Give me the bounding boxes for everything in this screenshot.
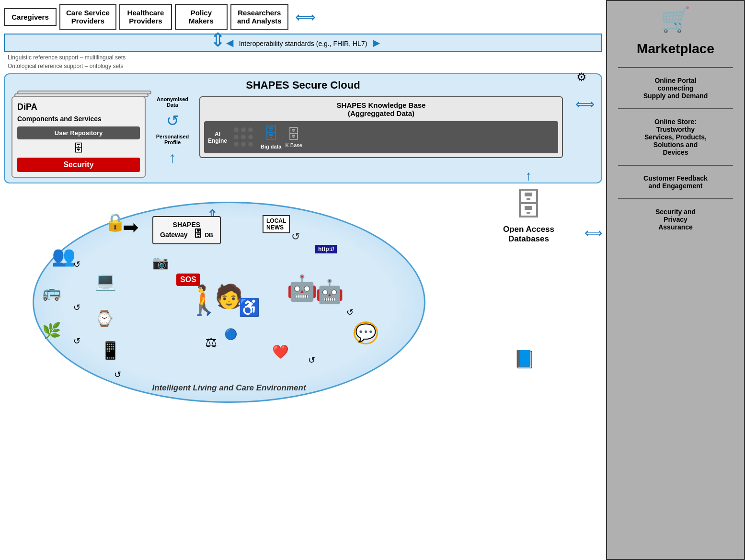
user-repo: User Repository: [17, 126, 140, 139]
leaf-icon: 🌿: [42, 321, 61, 340]
security-bar: Security: [17, 158, 140, 172]
gateway-box: SHAPESGateway 🗄 DB: [152, 216, 221, 244]
big-data-cylinder: 🗄: [264, 125, 279, 143]
cycle-arrow-2: ↺: [73, 259, 80, 270]
people-icon: 👥: [52, 245, 76, 267]
open-access-cylinder-icon: 🗄: [503, 187, 554, 223]
stakeholder-right-arrow: ⟺: [295, 9, 316, 25]
cart-icon: 🛒: [661, 6, 690, 34]
ai-engine: AIEngine: [208, 131, 227, 144]
dipa-card: DiPA Components and Services User Reposi…: [11, 96, 146, 178]
stakeholder-care-service: Care ServiceProviders: [59, 4, 116, 30]
left-area: Caregivers Care ServiceProviders Healthc…: [0, 0, 606, 560]
phone-icon: 📱: [100, 341, 121, 361]
stakeholder-row: Caregivers Care ServiceProviders Healthc…: [4, 4, 602, 30]
circular-arrow: ↺: [166, 112, 179, 130]
cycle-arrow-1: ↺: [291, 230, 300, 243]
dipa-title: DiPA: [17, 102, 140, 112]
divider-3: [618, 165, 733, 166]
db-cylinder-icon: 🗄: [17, 142, 140, 155]
dipa-stack: DiPA Components and Services User Reposi…: [11, 96, 146, 178]
marketplace-item-1: Online PortalconnectingSupply and Demand: [640, 72, 712, 104]
interop-bar-1: ◀ Interoperability standards (e.g., FHIR…: [4, 34, 602, 52]
stakeholder-policy: PolicyMakers: [175, 4, 228, 30]
gear-icon: ⚙: [576, 70, 587, 84]
cloud-right-arrow: ⟺: [575, 96, 595, 112]
tablet-icon: 💻: [95, 271, 116, 291]
shapes-secure-cloud: ⚙ SHAPES Secure Cloud DiPA Components an…: [4, 73, 602, 183]
big-data-area: 🗄 Big data: [261, 125, 281, 149]
knowledge-box: SHAPES Knowledge Base(Aggreggated Data) …: [199, 96, 563, 158]
kbase-cylinder-icon: 🗄: [287, 126, 300, 142]
watch-icon: ⌚: [95, 309, 114, 328]
stakeholder-researchers: Researchersand Analysts: [230, 4, 288, 30]
cycle-arrow-4: ↺: [73, 336, 80, 346]
living-area: 🗄 Open AccessDatabases ↑ ⟺ Intelligent L…: [4, 187, 602, 417]
robot-icon-1: 🤖: [287, 274, 318, 303]
open-access-label: Open AccessDatabases: [503, 225, 554, 244]
marketplace-sidebar: 🛒 Marketplace Online PortalconnectingSup…: [606, 0, 745, 560]
scale-icon: ⚖: [205, 334, 217, 350]
marketplace-title: Marketplace: [637, 41, 714, 57]
secure-cloud-title: SHAPES Secure Cloud: [11, 79, 595, 91]
interop-text-1: Interoperability standards (e.g., FHIR, …: [239, 40, 367, 47]
cycle-arrow-7: ↺: [114, 369, 121, 380]
divider-4: [618, 198, 733, 199]
big-data-label: Big data: [261, 144, 281, 149]
gateway-db-icon: 🗄: [193, 229, 203, 239]
mid-arrows: AnonymisedData ↺ PersonalisedProfile ↑: [153, 96, 192, 167]
kb-inner: AIEngine: [204, 121, 558, 153]
interop-text-2: Linguistic reference support – multiling…: [4, 53, 602, 62]
kbase-label: K Base: [285, 142, 302, 148]
wheelchair-icon: ♿: [239, 297, 260, 318]
open-access-up-arrow: ↑: [525, 168, 532, 183]
kb-title: SHAPES Knowledge Base(Aggreggated Data): [204, 101, 558, 117]
http-label: http://: [315, 245, 337, 253]
stakeholder-healthcare: HealthcareProviders: [119, 4, 172, 30]
camera-icon: 📷: [152, 254, 169, 270]
open-access-right-arrow: ⟺: [585, 226, 602, 240]
divider-1: [618, 67, 733, 68]
facebook-icon: 📘: [514, 349, 535, 369]
divider-2: [618, 108, 733, 109]
stakeholder-caregivers: Caregivers: [4, 8, 57, 26]
dipa-subtitle: Components and Services: [17, 115, 140, 123]
ellipse-label: Intelligent Living and Care Environment: [152, 383, 306, 393]
personalised-label: PersonalisedProfile: [156, 134, 189, 145]
main-wrapper: Caregivers Care ServiceProviders Healthc…: [0, 0, 745, 560]
cycle-arrow-6: ↺: [308, 355, 315, 366]
local-news-label: LOCALNEWS: [263, 215, 290, 233]
chat-icon: 💬: [354, 321, 378, 344]
robot-icon-2: 🤖: [315, 278, 344, 305]
anonymised-label: AnonymisedData: [157, 96, 188, 108]
gateway-db-label: DB: [205, 232, 213, 239]
lock-icon: 🔒: [104, 212, 126, 232]
cloud-inner: DiPA Components and Services User Reposi…: [11, 96, 595, 178]
vertical-arrow-up: ⇕: [210, 29, 226, 51]
marketplace-item-3: Customer Feedbackand Engagement: [640, 170, 711, 194]
marketplace-item-4: Security andPrivacyAssurance: [652, 203, 699, 236]
bluetooth-icon: 🔵: [224, 328, 237, 341]
kbase-area: 🗄 K Base: [285, 126, 302, 148]
cycle-arrow-3: ↺: [73, 302, 80, 313]
bus-icon: 🚌: [42, 283, 61, 301]
open-access-databases: 🗄 Open AccessDatabases ↑: [503, 187, 554, 244]
interop-text-3: Ontological reference support – ontology…: [4, 62, 602, 70]
interop-section: ⇕ ◀ Interoperability standards (e.g., FH…: [4, 34, 602, 70]
grid-pattern: [234, 127, 254, 148]
heart-icon: ❤️: [272, 344, 289, 360]
cloud-marketplace-arrow: ⟺: [575, 96, 595, 112]
up-arrow-mid: ↑: [169, 149, 176, 167]
cycle-arrow-5: ↺: [346, 307, 354, 318]
marketplace-item-2: Online Store:TrustworthyServices, Produc…: [641, 113, 711, 161]
